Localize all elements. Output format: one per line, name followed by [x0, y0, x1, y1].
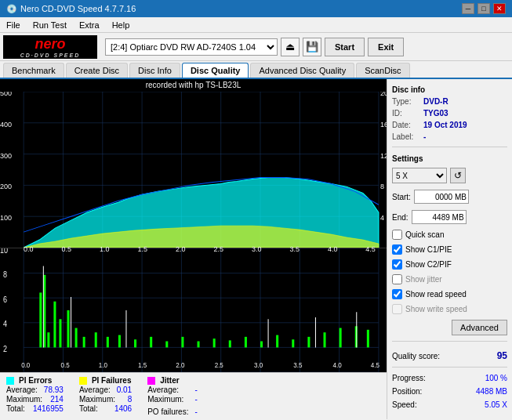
svg-rect-64	[67, 310, 70, 347]
show-jitter-checkbox[interactable]	[392, 274, 402, 284]
record-info: recorded with hp TS-LB23L	[0, 81, 387, 89]
minimize-button[interactable]: ─	[462, 3, 474, 14]
show-c1-pie-checkbox[interactable]	[392, 244, 402, 255]
tab-benchmark[interactable]: Benchmark	[3, 63, 64, 78]
pi-errors-avg-val: 78.93	[44, 386, 64, 394]
disc-id-label: ID:	[392, 109, 420, 118]
chart-area: recorded with hp TS-LB23L	[0, 79, 387, 372]
quality-score-row: Quality score: 95	[392, 350, 507, 361]
disc-type-val: DVD-R	[423, 97, 448, 106]
jitter-avg-label: Average:	[147, 386, 179, 394]
disc-id-row: ID: TYG03	[392, 109, 507, 118]
quick-scan-checkbox[interactable]	[392, 230, 402, 240]
right-panel: Disc info Type: DVD-R ID: TYG03 Date: 19…	[387, 79, 512, 419]
speed-setting: 5 X 4 X 8 X MAX ↺	[392, 168, 507, 183]
stats-bar: PI Errors Average: 78.93 Maximum: 214 To…	[0, 372, 387, 419]
svg-rect-79	[276, 335, 278, 348]
show-read-speed-label: Show read speed	[405, 290, 467, 299]
disc-icon: 💿	[6, 4, 17, 14]
svg-rect-75	[213, 339, 216, 347]
disc-type-row: Type: DVD-R	[392, 97, 507, 106]
svg-text:4: 4	[380, 214, 384, 222]
svg-rect-85	[367, 330, 369, 348]
jitter-color-legend	[147, 377, 155, 385]
jitter-max-val: -	[194, 395, 197, 404]
show-read-speed-checkbox[interactable]	[392, 289, 402, 299]
show-write-speed-checkbox[interactable]	[392, 304, 402, 314]
svg-rect-59	[39, 292, 42, 347]
svg-text:500: 500	[0, 92, 12, 97]
refresh-button[interactable]: ↺	[450, 168, 466, 183]
svg-text:16: 16	[380, 121, 387, 129]
svg-text:8: 8	[380, 183, 384, 190]
eject-button[interactable]: ⏏	[281, 38, 300, 56]
tab-scan-disc[interactable]: ScanDisc	[356, 63, 409, 78]
show-read-speed-row: Show read speed	[392, 289, 507, 299]
settings-title: Settings	[392, 154, 507, 163]
svg-rect-63	[59, 319, 61, 347]
upper-chart: 500 400 300 200 100 20 16 12 8 4	[0, 92, 387, 248]
start-button[interactable]: Start	[325, 38, 365, 56]
svg-text:1.0: 1.0	[99, 361, 107, 370]
tab-disc-quality[interactable]: Disc Quality	[182, 63, 249, 78]
speed-select[interactable]: 5 X 4 X 8 X MAX	[392, 168, 447, 183]
show-jitter-label: Show jitter	[405, 275, 442, 284]
svg-text:12: 12	[380, 152, 387, 160]
svg-text:4: 4	[3, 320, 8, 329]
disc-date-row: Date: 19 Oct 2019	[392, 121, 507, 129]
pi-failures-max-val: 8	[128, 395, 133, 404]
titlebar-controls[interactable]: ─ □ ✕	[462, 3, 506, 14]
pi-failures-color-legend	[79, 377, 87, 385]
drive-select[interactable]: [2:4] Optiarc DVD RW AD-7240S 1.04	[105, 38, 278, 56]
divider-1	[392, 147, 507, 147]
show-c2-row: Show C2/PIF	[392, 259, 507, 270]
exit-button[interactable]: Exit	[368, 38, 404, 56]
show-c2-pif-checkbox[interactable]	[392, 259, 402, 270]
svg-text:10: 10	[0, 248, 8, 255]
svg-text:20: 20	[380, 92, 387, 97]
pi-errors-max-val: 214	[50, 395, 64, 404]
tab-advanced-disc-quality[interactable]: Advanced Disc Quality	[250, 63, 354, 78]
svg-rect-68	[107, 337, 109, 348]
jitter-max-label: Maximum:	[147, 395, 183, 404]
menu-run-test[interactable]: Run Test	[30, 20, 70, 31]
speed-row: Speed: 5.05 X	[392, 400, 507, 409]
end-input[interactable]	[412, 210, 467, 224]
svg-text:100: 100	[0, 214, 12, 222]
tab-create-disc[interactable]: Create Disc	[66, 63, 128, 78]
svg-text:8: 8	[3, 270, 7, 280]
end-setting: End:	[392, 210, 507, 224]
show-jitter-row: Show jitter	[392, 274, 507, 284]
disc-info-title: Disc info	[392, 85, 507, 94]
pi-failures-avg-label: Average:	[79, 386, 111, 394]
svg-rect-69	[118, 335, 121, 348]
app-logo: nero CD·DVD SPEED	[3, 35, 97, 59]
pi-errors-max-label: Maximum:	[6, 395, 42, 404]
maximize-button[interactable]: □	[478, 3, 490, 14]
svg-text:3.0: 3.0	[254, 361, 263, 370]
tab-disc-info[interactable]: Disc Info	[129, 63, 180, 78]
menu-file[interactable]: File	[3, 20, 24, 31]
quick-scan-label: Quick scan	[405, 230, 444, 239]
disc-label-val: -	[423, 132, 426, 141]
svg-text:2.5: 2.5	[215, 361, 223, 370]
svg-rect-71	[150, 337, 152, 348]
jitter-stats: Jitter Average: - Maximum: - PO failures…	[147, 376, 198, 416]
menu-extra[interactable]: Extra	[76, 20, 103, 31]
advanced-button[interactable]: Advanced	[452, 320, 507, 335]
svg-rect-76	[229, 340, 231, 347]
start-input[interactable]	[414, 190, 469, 204]
disc-date-val: 19 Oct 2019	[423, 121, 467, 129]
jitter-label: Jitter	[160, 376, 179, 385]
menubar: File Run Test Extra Help	[0, 17, 512, 33]
start-label: Start:	[392, 193, 411, 201]
menu-help[interactable]: Help	[109, 20, 133, 31]
save-button[interactable]: 💾	[303, 38, 321, 56]
titlebar-title: 💿 Nero CD-DVD Speed 4.7.7.16	[6, 4, 136, 14]
position-row: Position: 4488 MB	[392, 387, 507, 396]
close-button[interactable]: ✕	[493, 3, 506, 14]
disc-label-row: Label: -	[392, 132, 507, 141]
pi-failures-label: PI Failures	[92, 376, 132, 385]
quality-score-label: Quality score:	[392, 352, 440, 360]
svg-rect-82	[324, 332, 326, 347]
